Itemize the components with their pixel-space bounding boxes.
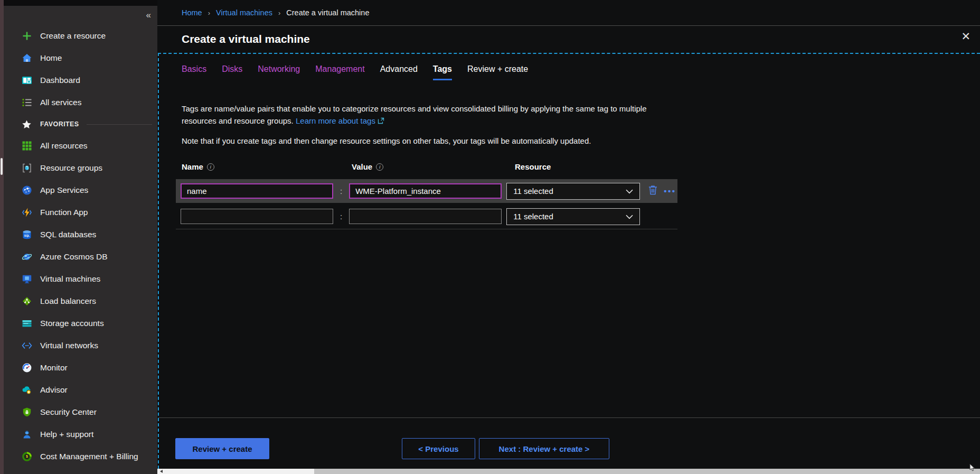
sidebar-item-label: Cost Management + Billing	[40, 452, 138, 461]
sidebar-item-azure-cosmos-db[interactable]: Azure Cosmos DB	[4, 246, 157, 268]
tag-name-input[interactable]	[181, 183, 333, 199]
tab-basics[interactable]: Basics	[182, 64, 206, 80]
sidebar-item-help-support[interactable]: Help + support	[4, 423, 157, 445]
tag-value-input[interactable]	[349, 183, 502, 199]
breadcrumb-virtual-machines-link[interactable]: Virtual machines	[216, 8, 272, 17]
sidebar-header: «	[4, 6, 157, 24]
sidebar-item-dashboard[interactable]: Dashboard	[4, 69, 157, 91]
sidebar-item-home[interactable]: Home	[4, 47, 157, 69]
monitor-screen-icon	[21, 274, 32, 285]
sidebar-item-storage-accounts[interactable]: Storage accounts	[4, 312, 157, 334]
sidebar-item-label: Monitor	[40, 363, 68, 373]
planet-icon	[21, 252, 32, 263]
grid-icon	[21, 141, 32, 152]
sidebar-item-label: Virtual machines	[40, 274, 100, 284]
sidebar-item-load-balancers[interactable]: Load balancers	[4, 290, 157, 312]
collapse-sidebar-icon[interactable]: «	[146, 11, 151, 20]
column-header-name: Name i	[182, 162, 214, 171]
chevron-down-icon	[626, 212, 633, 221]
column-header-resource: Resource	[515, 162, 551, 171]
tags-note: Note that if you create tags and then ch…	[182, 136, 591, 145]
sidebar-item-label: Function App	[40, 208, 88, 217]
resource-dropdown-value: 11 selected	[513, 212, 553, 221]
tab-disks[interactable]: Disks	[222, 64, 242, 80]
info-icon[interactable]: i	[207, 163, 214, 171]
sidebar-item-monitor[interactable]: Monitor	[4, 357, 157, 379]
home-icon	[21, 53, 32, 64]
scroll-left-arrow-icon[interactable]	[160, 470, 163, 473]
sidebar-item-security-center[interactable]: Security Center	[4, 401, 157, 423]
tag-row: : 11 selected	[176, 205, 677, 228]
footer-divider	[158, 417, 980, 418]
external-link-icon	[378, 115, 384, 127]
column-header-value: Value i	[352, 162, 383, 171]
main-content: Home › Virtual machines › Create a virtu…	[157, 0, 980, 474]
sidebar-item-advisor[interactable]: Advisor	[4, 379, 157, 401]
network-brackets-icon	[21, 340, 32, 351]
tag-name-input[interactable]	[181, 209, 333, 224]
breadcrumb-home-link[interactable]: Home	[182, 8, 202, 17]
sidebar-item-label: Load balancers	[40, 296, 96, 306]
tab-advanced[interactable]: Advanced	[380, 64, 418, 80]
sidebar: « Create a resource Home Dashboard All	[4, 0, 157, 474]
sql-database-icon: SQL	[21, 229, 32, 240]
sidebar-item-label: Storage accounts	[40, 319, 104, 328]
review-create-button[interactable]: Review + create	[175, 438, 269, 459]
horizontal-scrollbar[interactable]	[157, 469, 980, 474]
close-icon[interactable]: ✕	[957, 28, 975, 45]
svg-text:$: $	[26, 454, 28, 459]
sidebar-item-label: Security Center	[40, 407, 97, 417]
sidebar-item-cost-management-billing[interactable]: $ Cost Management + Billing	[4, 445, 157, 468]
sidebar-item-virtual-networks[interactable]: Virtual networks	[4, 334, 157, 357]
previous-button[interactable]: < Previous	[402, 438, 475, 459]
sidebar-item-function-app[interactable]: Function App	[4, 201, 157, 224]
tag-value-input[interactable]	[349, 209, 502, 224]
breadcrumb-separator-icon: ›	[208, 9, 210, 17]
support-person-icon	[21, 429, 32, 440]
tab-tags[interactable]: Tags	[433, 64, 452, 80]
resource-dropdown[interactable]: 11 selected	[506, 183, 640, 200]
table-divider	[176, 229, 677, 229]
horizontal-scrollbar-thumb[interactable]	[314, 469, 980, 474]
sidebar-item-label: All services	[40, 98, 81, 107]
svg-text:SQL: SQL	[24, 234, 29, 237]
sidebar-nav: Create a resource Home Dashboard All ser…	[4, 24, 157, 468]
next-review-create-button[interactable]: Next : Review + create >	[479, 438, 609, 459]
gauge-icon	[21, 363, 32, 374]
column-header-value-label: Value	[352, 162, 372, 171]
sidebar-item-all-services[interactable]: All services	[4, 91, 157, 114]
tab-management[interactable]: Management	[315, 64, 364, 80]
sidebar-item-sql-databases[interactable]: SQL SQL databases	[4, 224, 157, 246]
delete-tag-row-button[interactable]	[648, 185, 657, 197]
sidebar-section-label: FAVORITES	[40, 120, 79, 128]
sidebar-item-all-resources[interactable]: All resources	[4, 135, 157, 157]
sidebar-item-label: Virtual networks	[40, 341, 98, 350]
column-header-resource-label: Resource	[515, 162, 551, 171]
star-icon	[21, 119, 32, 130]
page-title: Create a virtual machine	[182, 33, 310, 45]
storage-icon	[21, 318, 32, 329]
sidebar-item-create-a-resource[interactable]: Create a resource	[4, 25, 157, 47]
sidebar-section-favorites: FAVORITES	[4, 114, 157, 135]
all-services-icon	[21, 97, 32, 108]
tab-networking[interactable]: Networking	[258, 64, 300, 80]
resource-dropdown[interactable]: 11 selected	[506, 208, 640, 225]
row-more-actions-button[interactable]: •••	[664, 187, 676, 196]
info-icon[interactable]: i	[376, 163, 383, 171]
edge-scroll-indicator[interactable]	[1, 158, 3, 175]
sidebar-item-label: Create a resource	[40, 31, 106, 41]
sidebar-item-label: All resources	[40, 141, 88, 151]
sidebar-item-virtual-machines[interactable]: Virtual machines	[4, 268, 157, 290]
breadcrumb: Home › Virtual machines › Create a virtu…	[157, 0, 980, 26]
tab-review-create[interactable]: Review + create	[467, 64, 528, 80]
sidebar-item-resource-groups[interactable]: Resource groups	[4, 157, 157, 179]
sidebar-item-app-services[interactable]: App Services	[4, 179, 157, 201]
cost-ring-icon: $	[21, 451, 32, 462]
colon-separator: :	[340, 212, 342, 221]
sidebar-item-label: App Services	[40, 185, 88, 195]
lightning-icon	[21, 207, 32, 218]
learn-more-tags-link[interactable]: Learn more about tags	[296, 116, 375, 125]
window-edge	[0, 0, 4, 474]
advisor-cloud-icon	[21, 385, 32, 396]
tags-description-text: Tags are name/value pairs that enable yo…	[182, 104, 647, 125]
